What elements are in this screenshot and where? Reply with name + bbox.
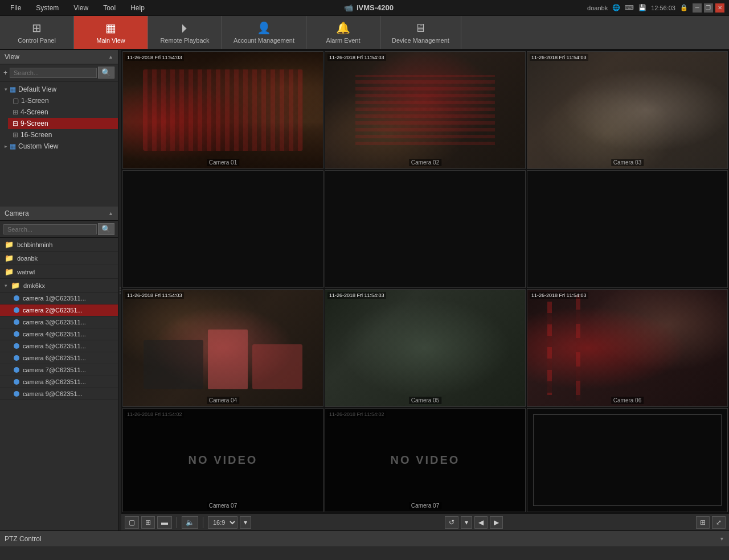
single-screen-button[interactable]: ▢ [125,516,139,529]
camera-label-1: camera 1@C623511... [23,295,86,302]
bottom-toolbar: ▢ ⊞ ▬ 🔈 16:9 4:3 1:1 ▾ ↺ ▾ ◀ ▶ ⊞ ⤢ [121,513,729,530]
tab-account-management[interactable]: 👤 Account Management [222,16,306,49]
video-cell-8[interactable]: 11-26-2018 Fri 11:54:03 Camera 05 [325,289,526,407]
camera-search-area: 🔍 [0,221,118,238]
default-view-collapse: ▾ [5,87,7,92]
tab-device-management[interactable]: 🖥 Device Management [380,16,461,49]
video-timestamp-2: 11-26-2018 Fri 11:54:03 [327,54,386,61]
tree-item-1screen[interactable]: ▢ 1-Screen [8,95,118,106]
group-dmk6kx-label: dmk6kx [23,282,45,289]
video-cell-no2[interactable]: 11-26-2018 Fri 11:54:02 NO VIDEO Camera … [325,408,526,512]
video-cell-no1[interactable]: 11-26-2018 Fri 11:54:02 NO VIDEO Camera … [122,408,323,512]
tab-account-management-label: Account Management [234,37,294,44]
aspect-ratio-dropdown[interactable]: ▾ [240,516,251,529]
group-doanbk-label: doanbk [17,255,38,262]
16screen-icon: ⊞ [13,131,18,139]
tree-item-default-view[interactable]: ▾ ▦ Default View [0,84,118,95]
close-button[interactable]: ✕ [715,3,724,13]
group-watrwl-label: watrwl [17,269,35,275]
video-cell-2[interactable]: 11-26-2018 Fri 11:54:03 Camera 02 [325,51,526,169]
camera-item-6[interactable]: camera 6@C623511... [0,352,118,364]
main-layout: View ▲ + 🔍 ▾ ▦ Default View ▢ 1-Screen ⊞… [0,50,729,530]
video-cell-4[interactable] [122,170,323,288]
camera-item-8[interactable]: camera 8@C623511... [0,376,118,388]
add-view-icon[interactable]: + [3,69,7,77]
video-cell-5[interactable] [325,170,526,288]
audio-button[interactable]: 🔈 [182,516,198,529]
video-timestamp-3: 11-26-2018 Fri 11:54:03 [530,54,588,61]
tab-alarm-event[interactable]: 🔔 Alarm Event [306,16,380,49]
tab-control-panel[interactable]: ⊞ Control Panel [0,16,74,49]
camera-group-bchbinhminh[interactable]: 📁 bchbinhminh [0,238,118,252]
camera-collapse-icon[interactable]: ▲ [108,211,113,216]
title-bar-right: doanbk 🌐 ⌨ 💾 12:56:03 🔒 ─ ❐ ✕ [587,3,724,13]
camera-item-3[interactable]: camera 3@C623511... [0,316,118,328]
video-cell-9[interactable]: 11-26-2018 Fri 11:54:03 Camera 06 [527,289,728,407]
camera-section-label: Camera [5,209,29,217]
camera-group-doanbk[interactable]: 📁 doanbk [0,252,118,265]
view-tree: ▾ ▦ Default View ▢ 1-Screen ⊞ 4-Screen ⊟… [0,81,118,207]
system-menu[interactable]: System [30,3,64,13]
video-cell-1[interactable]: 11-26-2018 Fri 11:54:03 Camera 01 [122,51,323,169]
view-search-input[interactable] [10,68,97,78]
tab-remote-playback[interactable]: ⏵ Remote Playback [148,16,222,49]
full-screen-button[interactable]: ▬ [157,516,172,529]
camera-group-watrwl[interactable]: 📁 watrwl [0,265,118,279]
remote-playback-icon: ⏵ [179,22,191,35]
minimize-button[interactable]: ─ [693,3,702,13]
tree-item-16screen[interactable]: ⊞ 16-Screen [8,129,118,141]
stretch-button[interactable]: ⤢ [712,516,726,529]
camera-label-5: camera 5@C623511... [23,343,86,349]
view-section-header: View ▲ [0,50,118,64]
video-cell-empty[interactable] [527,408,728,512]
camera-item-7[interactable]: camera 7@C623511... [0,364,118,376]
ptz-collapse-icon[interactable]: ▼ [719,536,724,542]
default-view-label: Default View [18,85,56,93]
tree-item-custom-view[interactable]: ▸ ▦ Custom View [0,141,118,152]
video-label-7: Camera 04 [207,397,239,404]
folder-icon-bchbinhminh: 📁 [5,240,14,249]
file-menu[interactable]: File [5,3,27,13]
default-view-icon: ▦ [10,85,16,93]
camera-item-2[interactable]: camera 2@C62351... [0,304,118,316]
video-cell-7[interactable]: 11-26-2018 Fri 11:54:03 Camera 04 [122,289,323,407]
prev-button[interactable]: ◀ [474,516,488,529]
window-controls[interactable]: ─ ❐ ✕ [693,3,724,13]
video-label-2: Camera 02 [409,159,441,166]
tab-main-view[interactable]: ▦ Main View [74,16,148,49]
1screen-icon: ▢ [13,97,19,105]
refresh-dropdown[interactable]: ▾ [461,516,472,529]
video-cell-3[interactable]: 11-26-2018 Fri 11:54:03 Camera 03 [527,51,728,169]
camera-item-5[interactable]: camera 5@C623511... [0,340,118,352]
camera-item-4[interactable]: camera 4@C623511... [0,328,118,340]
refresh-button[interactable]: ↺ [445,516,458,529]
grid-view-button[interactable]: ⊞ [696,516,710,529]
restore-button[interactable]: ❐ [704,3,713,13]
camera-item-9[interactable]: camera 9@C62351... [0,388,118,400]
folder-icon-watrwl: 📁 [5,267,14,276]
tree-item-4screen[interactable]: ⊞ 4-Screen [8,106,118,118]
camera-status-dot-4 [14,331,19,337]
9screen-label: 9-Screen [21,120,48,127]
view-menu[interactable]: View [68,3,94,13]
multi-screen-button[interactable]: ⊞ [141,516,155,529]
camera-group-dmk6kx[interactable]: ▾ 📁 dmk6kx [0,279,118,293]
tool-menu[interactable]: Tool [97,3,121,13]
aspect-ratio-select[interactable]: 16:9 4:3 1:1 [208,516,237,529]
tab-alarm-event-label: Alarm Event [326,37,361,44]
tree-item-9screen[interactable]: ⊟ 9-Screen [8,118,118,129]
camera-item-1[interactable]: camera 1@C623511... [0,293,118,304]
view-collapse-icon[interactable]: ▲ [108,54,113,60]
video-label-8: Camera 05 [409,397,441,404]
sidebar-resize-handle[interactable] [118,50,121,530]
9screen-icon: ⊟ [13,120,18,127]
network-icon: 🌐 [612,4,620,11]
view-search-button[interactable]: 🔍 [98,67,114,79]
video-cell-6[interactable] [527,170,728,288]
next-button[interactable]: ▶ [490,516,503,529]
device-management-icon: 🖥 [415,22,426,35]
camera-search-button[interactable]: 🔍 [98,223,114,235]
help-menu[interactable]: Help [125,3,150,13]
menu-bar-area: File System View Tool Help [5,3,150,13]
camera-search-input[interactable] [3,224,97,234]
